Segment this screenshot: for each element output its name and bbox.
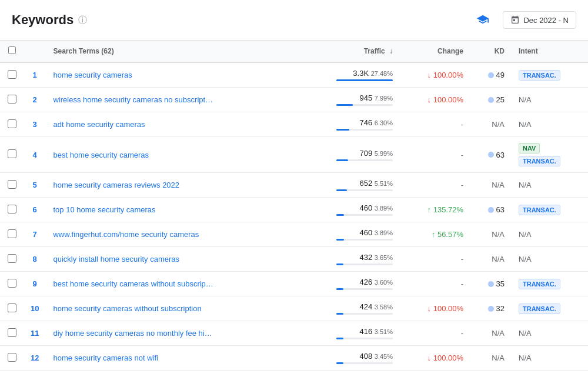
intent-badges: N/A bbox=[519, 353, 581, 362]
search-term-link[interactable]: best home security cameras without subsc… bbox=[53, 279, 213, 288]
search-term-link[interactable]: home security cameras bbox=[53, 71, 132, 79]
change-cell: - bbox=[400, 112, 470, 137]
row-checkbox-cell[interactable] bbox=[0, 137, 24, 173]
search-term-link[interactable]: quickly install home security cameras bbox=[53, 255, 179, 263]
search-term-cell[interactable]: home security cameras bbox=[46, 62, 329, 88]
search-term-link[interactable]: www.fingerhut.com/home security cameras bbox=[53, 230, 199, 239]
kd-value: 49 bbox=[496, 71, 505, 79]
search-term-link[interactable]: top 10 home security cameras bbox=[53, 205, 155, 214]
change-value: - bbox=[461, 181, 463, 189]
traffic-bar-container bbox=[336, 189, 393, 191]
search-term-cell[interactable]: home security cameras reviews 2022 bbox=[46, 173, 329, 198]
row-checkbox-cell[interactable] bbox=[0, 222, 24, 247]
search-term-cell[interactable]: wireless home security cameras no subscr… bbox=[46, 88, 329, 112]
row-checkbox[interactable] bbox=[8, 303, 16, 312]
change-value: - bbox=[461, 279, 463, 288]
search-term-cell[interactable]: diy home security cameras no monthly fee… bbox=[46, 321, 329, 346]
traffic-percent: 3.60% bbox=[375, 279, 393, 286]
search-term-link[interactable]: wireless home security cameras no subscr… bbox=[53, 95, 213, 104]
table-row: 4best home security cameras 709 5.99% -6… bbox=[0, 137, 588, 173]
row-checkbox[interactable] bbox=[8, 119, 16, 128]
traffic-bar-container bbox=[336, 288, 393, 290]
intent-badges: NAVTRANSAC. bbox=[519, 143, 581, 166]
row-number: 6 bbox=[24, 198, 46, 222]
search-term-cell[interactable]: home security cameras without subscripti… bbox=[46, 296, 329, 321]
kd-value: N/A bbox=[492, 120, 505, 129]
header-actions: Dec 2022 - N bbox=[472, 9, 576, 31]
row-checkbox-cell[interactable] bbox=[0, 88, 24, 112]
traffic-number: 432 bbox=[359, 253, 372, 262]
row-checkbox[interactable] bbox=[8, 95, 16, 104]
search-term-cell[interactable]: quickly install home security cameras bbox=[46, 247, 329, 272]
kd-header[interactable]: KD bbox=[470, 41, 512, 62]
intent-cell: N/A bbox=[512, 88, 588, 112]
traffic-bar bbox=[336, 159, 348, 161]
search-term-cell[interactable]: adt home security cameras bbox=[46, 112, 329, 137]
search-term-link[interactable]: adt home security cameras bbox=[53, 120, 145, 129]
row-checkbox-cell[interactable] bbox=[0, 346, 24, 371]
search-term-cell[interactable]: best home security cameras bbox=[46, 137, 329, 173]
info-icon[interactable]: ⓘ bbox=[78, 15, 87, 26]
traffic-percent: 6.30% bbox=[375, 119, 393, 126]
row-number: 10 bbox=[24, 296, 46, 321]
row-checkbox[interactable] bbox=[8, 328, 16, 337]
traffic-percent: 3.65% bbox=[375, 254, 393, 261]
traffic-header[interactable]: Traffic ↓ bbox=[329, 41, 400, 62]
row-checkbox-cell[interactable] bbox=[0, 198, 24, 222]
search-term-link[interactable]: home security cameras reviews 2022 bbox=[53, 181, 179, 189]
row-number: 5 bbox=[24, 173, 46, 198]
search-term-link[interactable]: home security cameras not wifi bbox=[53, 353, 158, 362]
row-checkbox-cell[interactable] bbox=[0, 321, 24, 346]
row-checkbox-cell[interactable] bbox=[0, 272, 24, 296]
row-checkbox[interactable] bbox=[8, 254, 16, 263]
row-checkbox-cell[interactable] bbox=[0, 112, 24, 137]
row-number: 1 bbox=[24, 62, 46, 88]
row-checkbox[interactable] bbox=[8, 353, 16, 362]
search-term-cell[interactable]: top 10 home security cameras bbox=[46, 198, 329, 222]
row-checkbox[interactable] bbox=[8, 149, 16, 158]
row-checkbox[interactable] bbox=[8, 70, 16, 79]
intent-header[interactable]: Intent bbox=[512, 41, 588, 62]
search-term-link[interactable]: best home security cameras bbox=[53, 151, 149, 159]
search-term-cell[interactable]: best home security cameras without subsc… bbox=[46, 272, 329, 296]
intent-cell: N/A bbox=[512, 222, 588, 247]
row-number: 7 bbox=[24, 222, 46, 247]
search-term-link[interactable]: diy home security cameras no monthly fee… bbox=[53, 329, 212, 338]
change-value: - bbox=[461, 120, 463, 129]
kd-value: N/A bbox=[492, 255, 505, 263]
kd-cell: N/A bbox=[470, 321, 512, 346]
select-all-checkbox[interactable] bbox=[8, 46, 16, 54]
kd-cell: N/A bbox=[470, 112, 512, 137]
search-term-cell[interactable]: home security cameras not wifi bbox=[46, 346, 329, 371]
row-checkbox-cell[interactable] bbox=[0, 296, 24, 321]
row-checkbox-cell[interactable] bbox=[0, 173, 24, 198]
change-value: ↓ 100.00% bbox=[427, 71, 463, 79]
change-cell: - bbox=[400, 247, 470, 272]
traffic-cell: 408 3.45% bbox=[329, 346, 400, 371]
kd-cell: 25 bbox=[470, 88, 512, 112]
date-picker-button[interactable]: Dec 2022 - N bbox=[503, 11, 576, 29]
table-row: 1home security cameras 3.3K 27.48% ↓ 100… bbox=[0, 62, 588, 88]
row-checkbox[interactable] bbox=[8, 229, 16, 238]
traffic-bar-container bbox=[336, 263, 393, 265]
row-checkbox[interactable] bbox=[8, 180, 16, 189]
row-checkbox-cell[interactable] bbox=[0, 247, 24, 272]
change-header[interactable]: Change bbox=[400, 41, 470, 62]
row-checkbox[interactable] bbox=[8, 205, 16, 213]
table-row: 11diy home security cameras no monthly f… bbox=[0, 321, 588, 346]
traffic-bar-container bbox=[336, 338, 393, 339]
search-term-cell[interactable]: www.fingerhut.com/home security cameras bbox=[46, 222, 329, 247]
change-cell: - bbox=[400, 321, 470, 346]
table-row: 12home security cameras not wifi 408 3.4… bbox=[0, 346, 588, 371]
kd-dot bbox=[488, 281, 494, 287]
kd-dot bbox=[488, 207, 494, 213]
intent-badges: N/A bbox=[519, 181, 581, 189]
row-checkbox[interactable] bbox=[8, 279, 16, 288]
table-row: 5home security cameras reviews 2022 652 … bbox=[0, 173, 588, 198]
search-term-link[interactable]: home security cameras without subscripti… bbox=[53, 304, 201, 313]
export-button[interactable] bbox=[472, 9, 493, 31]
row-checkbox-cell[interactable] bbox=[0, 62, 24, 88]
traffic-cell: 945 7.99% bbox=[329, 88, 400, 112]
select-all-header[interactable] bbox=[0, 41, 24, 62]
table-row: 2wireless home security cameras no subsc… bbox=[0, 88, 588, 112]
